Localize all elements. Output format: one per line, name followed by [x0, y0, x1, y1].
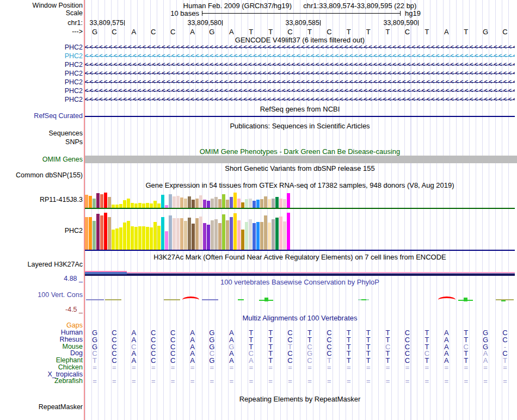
gtex-tissue-bar[interactable] [112, 230, 115, 250]
gtex-tissue-bar[interactable] [241, 202, 244, 208]
gencode-transcript[interactable]: <<<<<<<<<<<<<<<<<<<<<<<<<<<<<<<<<<<<<<<<… [85, 79, 515, 86]
gencode-transcript[interactable]: <<<<<<<<<<<<<<<<<<<<<<<<<<<<<<<<<<<<<<<<… [85, 88, 515, 95]
gtex-tissue-bar[interactable] [150, 203, 153, 208]
gtex-tissue-bar[interactable] [123, 223, 126, 250]
gtex-tissue-bar[interactable] [138, 203, 141, 208]
gtex-tissue-bar[interactable] [256, 222, 260, 250]
gtex-tissue-bar[interactable] [283, 221, 286, 250]
gtex-tissue-bar[interactable] [157, 226, 161, 250]
gtex-tissue-bar[interactable] [249, 219, 252, 250]
gtex-tissue-bar[interactable] [279, 199, 282, 208]
gtex-tissue-bar[interactable] [230, 217, 233, 250]
gtex-tissue-bar[interactable] [253, 201, 256, 208]
gtex-tissue-bar[interactable] [169, 194, 172, 208]
gtex-tissue-bar[interactable] [108, 217, 111, 250]
gtex-tissue-bar[interactable] [218, 223, 221, 250]
gtex-tissue-bar[interactable] [192, 200, 195, 208]
gtex-tissue-bar[interactable] [115, 228, 119, 250]
gtex-tissue-bar[interactable] [108, 197, 111, 208]
gtex-tissue-bar[interactable] [237, 199, 241, 208]
gtex-tissue-bar[interactable] [268, 199, 271, 208]
gtex-tissue-bar[interactable] [131, 226, 134, 250]
genome-browser-image[interactable]: Window Position Human Feb. 2009 (GRCh37/… [0, 0, 517, 420]
gtex-tissue-bar[interactable] [233, 193, 237, 208]
gtex-tissue-bar[interactable] [260, 199, 263, 208]
gtex-tissue-bar[interactable] [150, 227, 153, 250]
gtex-tissue-bar[interactable] [241, 230, 244, 250]
gtex-tissue-bar[interactable] [272, 219, 275, 250]
gtex-tissue-bar[interactable] [184, 199, 187, 208]
gtex-tissue-bar[interactable] [96, 193, 100, 208]
gtex-tissue-bar[interactable] [173, 196, 176, 208]
gtex-tissue-bar[interactable] [131, 203, 134, 208]
gtex-tissue-bar[interactable] [214, 219, 218, 250]
gtex-tissue-bar[interactable] [253, 223, 256, 250]
gtex-tissue-bar[interactable] [100, 194, 103, 208]
gtex-tissue-bar[interactable] [142, 226, 145, 250]
gtex-tissue-bar[interactable] [283, 199, 286, 208]
gtex-tissue-bar[interactable] [119, 204, 122, 208]
gtex-tissue-bar[interactable] [211, 220, 214, 250]
gtex-tissue-bar[interactable] [222, 194, 225, 208]
gencode-transcript[interactable]: <<<<<<<<<<<<<<<<<<<<<<<<<<<<<<<<<<<<<<<<… [85, 53, 515, 60]
gtex-tissue-bar[interactable] [195, 218, 199, 250]
gtex-tissue-bar[interactable] [85, 217, 88, 250]
gtex-tissue-bar[interactable] [165, 231, 168, 250]
gtex-tissue-bar[interactable] [218, 199, 221, 208]
gtex-tissue-bar[interactable] [138, 226, 141, 250]
gtex-tissue-bar[interactable] [207, 225, 210, 250]
gtex-tissue-bar[interactable] [173, 218, 176, 250]
gtex-tissue-bar[interactable] [249, 199, 252, 208]
gtex-tissue-bar[interactable] [287, 213, 290, 250]
gtex-tissue-bar[interactable] [169, 215, 172, 250]
gtex-tissue-bar[interactable] [188, 218, 191, 250]
gtex-tissue-bar[interactable] [176, 196, 180, 208]
gtex-tissue-bar[interactable] [100, 215, 103, 250]
gtex-tissue-bar[interactable] [264, 196, 267, 208]
gtex-tissue-bar[interactable] [256, 200, 260, 208]
gtex-tissue-bar[interactable] [287, 193, 290, 208]
gtex-tissue-bar[interactable] [134, 203, 138, 208]
gtex-tissue-bar[interactable] [142, 203, 145, 208]
gtex-tissue-bar[interactable] [211, 199, 214, 208]
gencode-transcript[interactable]: <<<<<<<<<<<<<<<<<<<<<<<<<<<<<<<<<<<<<<<<… [85, 70, 515, 77]
gtex-tissue-bar[interactable] [245, 199, 248, 208]
gtex-tissue-bar[interactable] [272, 199, 275, 208]
gtex-tissue-bar[interactable] [127, 199, 130, 208]
gtex-tissue-bar[interactable] [123, 200, 126, 208]
gtex-tissue-bar[interactable] [203, 223, 206, 250]
gtex-tissue-bar[interactable] [226, 200, 229, 208]
gtex-tissue-bar[interactable] [233, 213, 237, 250]
gtex-tissue-bar[interactable] [89, 217, 92, 250]
gtex-tissue-bar[interactable] [226, 220, 229, 250]
gtex-tissue-bar[interactable] [275, 197, 279, 208]
gtex-tissue-bar[interactable] [199, 217, 202, 250]
gtex-tissue-bar[interactable] [275, 218, 279, 250]
refseq-gene-line[interactable] [85, 116, 515, 117]
gtex-tissue-bar[interactable] [279, 217, 282, 250]
gtex-tissue-bar[interactable] [222, 214, 225, 250]
gtex-tissue-bar[interactable] [85, 195, 88, 208]
gtex-tissue-bar[interactable] [96, 214, 100, 250]
gtex-tissue-bar[interactable] [268, 223, 271, 250]
gtex-tissue-bar[interactable] [188, 196, 191, 208]
gtex-tissue-bar[interactable] [230, 197, 233, 208]
omim-gene-bar[interactable] [85, 156, 517, 163]
gtex-tissue-bar[interactable] [127, 221, 130, 250]
gtex-tissue-bar[interactable] [195, 199, 199, 208]
gtex-tissue-bar[interactable] [245, 222, 248, 250]
gtex-tissue-bar[interactable] [207, 201, 210, 208]
gtex-tissue-bar[interactable] [214, 197, 218, 208]
gtex-tissue-bar[interactable] [192, 224, 195, 250]
gtex-tissue-bar[interactable] [176, 218, 180, 250]
gtex-tissue-bar[interactable] [93, 221, 96, 250]
gtex-tissue-bar[interactable] [203, 200, 206, 208]
gtex-tissue-bar[interactable] [153, 201, 157, 208]
gtex-tissue-bar[interactable] [93, 199, 96, 208]
gtex-tissue-bar[interactable] [134, 227, 138, 250]
gtex-tissue-bar[interactable] [161, 217, 164, 250]
gtex-tissue-bar[interactable] [146, 203, 149, 208]
gtex-tissue-bar[interactable] [180, 218, 183, 250]
gtex-tissue-bar[interactable] [237, 220, 241, 250]
gtex-tissue-bar[interactable] [146, 227, 149, 250]
